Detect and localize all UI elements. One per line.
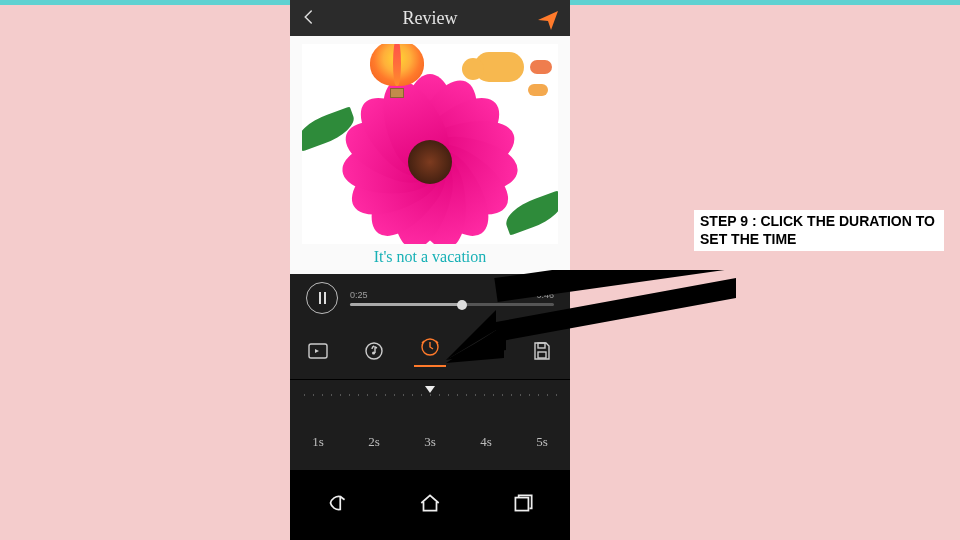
svg-point-4 — [491, 353, 495, 357]
ruler-ticks — [300, 394, 560, 396]
tool-row — [290, 322, 570, 380]
duration-option-3s[interactable]: 3s — [424, 434, 436, 450]
transition-tool[interactable] — [304, 330, 332, 372]
preview-frame — [302, 44, 558, 244]
duration-option-2s[interactable]: 2s — [368, 434, 380, 450]
nav-recent-button[interactable] — [510, 490, 536, 520]
selected-underline — [414, 365, 446, 367]
duration-ruler[interactable] — [290, 380, 570, 414]
duration-option-1s[interactable]: 1s — [312, 434, 324, 450]
app-titlebar: Review — [290, 0, 570, 36]
cloud-graphic — [528, 84, 548, 96]
elapsed-time: 0:25 — [350, 290, 368, 300]
svg-point-1 — [366, 343, 382, 359]
back-button[interactable] — [300, 8, 318, 31]
send-button[interactable] — [536, 8, 560, 32]
balloon-graphic — [370, 44, 424, 86]
nav-home-button[interactable] — [417, 490, 443, 520]
svg-rect-7 — [538, 352, 546, 358]
svg-point-5 — [491, 346, 495, 350]
save-tool[interactable] — [528, 330, 556, 372]
svg-rect-6 — [538, 343, 545, 348]
duration-tool[interactable] — [416, 330, 444, 372]
music-tool[interactable] — [360, 330, 388, 372]
ruler-pointer-icon — [425, 386, 435, 393]
pause-button[interactable] — [306, 282, 338, 314]
balloon-basket-graphic — [390, 88, 404, 98]
flower-graphic — [340, 72, 520, 244]
trim-tool[interactable] — [472, 330, 500, 372]
total-time: 0:46 — [536, 290, 554, 300]
cloud-graphic — [530, 60, 552, 74]
duration-option-5s[interactable]: 5s — [536, 434, 548, 450]
screen-title: Review — [403, 8, 458, 29]
player-bar: 0:25 0:46 — [290, 274, 570, 322]
phone-frame: Review — [290, 0, 570, 540]
android-navbar — [290, 470, 570, 540]
seek-fill — [350, 303, 462, 306]
seek-track[interactable]: 0:25 0:46 — [350, 290, 554, 306]
seek-thumb[interactable] — [457, 300, 467, 310]
instruction-text: STEP 9 : CLICK THE DURATION TO SET THE T… — [694, 210, 944, 251]
cloud-graphic — [474, 52, 524, 82]
nav-back-button[interactable] — [324, 490, 350, 520]
duration-options: 1s 2s 3s 4s 5s — [290, 414, 570, 470]
preview-caption: It's not a vacation — [290, 248, 570, 266]
video-preview[interactable]: It's not a vacation — [290, 36, 570, 274]
duration-option-4s[interactable]: 4s — [480, 434, 492, 450]
svg-rect-8 — [516, 498, 529, 511]
